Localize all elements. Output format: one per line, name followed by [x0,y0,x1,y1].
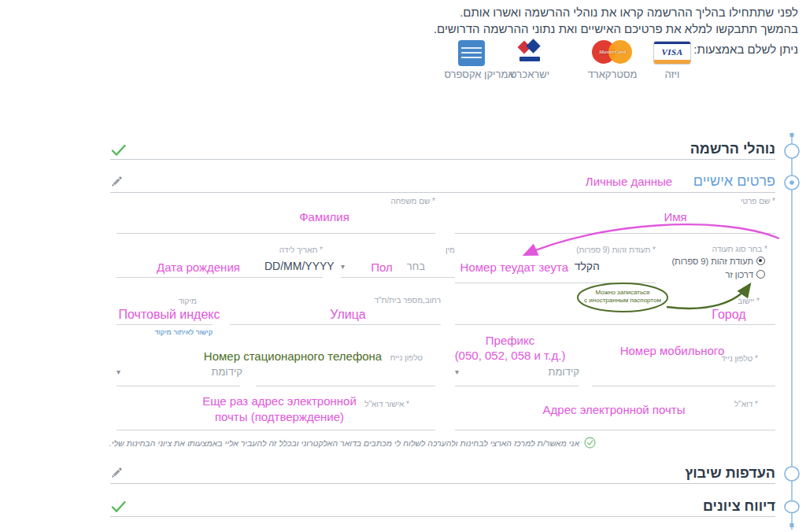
landline-prefix-dropdown-arrow-icon[interactable]: ▾ [116,368,120,376]
section-divider [110,192,775,193]
gender-annotation: Пол [364,260,400,274]
intro-line-1: לפני שתתחילו בהליך ההרשמה קראו את נוהלי … [338,4,798,20]
mobile-prefix-select[interactable] [455,386,579,386]
birth-date-annotation: Дата рождения [148,260,249,274]
doc-type-option-passport-label[interactable]: דרכון זר [697,270,753,279]
progress-timeline [781,127,803,532]
landline-annotation: Номер стационарного телефона [198,349,387,363]
isracard-name-bar [519,57,540,61]
personal-section-annotation: Личные данные [579,175,679,188]
id-number-label: * תעודת זהות (9 ספרות) [545,246,656,254]
registration-page: לפני שתתחילו בהליך ההרשמה קראו את נוהלי … [0,0,806,532]
visa-card-bottom-stripe [654,60,690,64]
personal-edit-pencil-icon[interactable] [111,175,123,187]
isracard-icon [514,39,545,65]
timeline-step-personal-active-dot [789,180,794,185]
last-name-label: * שם משפחה [357,197,435,205]
first-name-annotation: Имя [628,210,723,224]
timeline-step-procedures[interactable] [785,144,799,158]
mobile-prefix-annotation-line1: Префикс [470,334,550,347]
visa-card-icon: VISA [653,41,691,65]
city-annotation: Город [703,308,755,322]
first-name-input[interactable] [455,233,775,234]
email-confirm-annotation-line1: Еще раз адрес электронной [194,394,365,408]
zip-annotation: Почтовый индекс [115,308,224,322]
mobile-number-input[interactable] [592,386,775,386]
email-confirm-annotation-line2: почты (подтверждение) [194,410,365,423]
last-name-input[interactable] [116,233,435,234]
timeline-end-dot [790,523,794,527]
section-divider [110,483,775,484]
doc-type-option-id-label[interactable]: תעודת זהות (9 ספרות) [649,257,753,266]
visa-label: ויזה [645,68,699,80]
mastercard-label: מסטרקארד [579,68,645,80]
city-label: * יישוב [712,297,760,305]
zip-input[interactable] [116,324,213,325]
procedures-complete-check-icon [111,144,126,156]
landline-prefix-select[interactable] [116,386,240,386]
email-confirm-input[interactable] [116,430,435,430]
consent-text: אני מאשר/ת למרכז הארצי לבחינות ולהערכה ל… [303,438,579,448]
last-name-annotation: Фамилия [277,210,372,224]
zip-lookup-link[interactable]: קישור לאיתור מיקוד [142,328,213,336]
amex-label: אמריקן אקספרס [434,68,525,80]
landline-prefix-value[interactable]: קידומת [209,366,242,378]
gender-dropdown-arrow-icon[interactable]: ▾ [341,263,345,271]
mobile-prefix-value[interactable]: קידומת [546,366,579,378]
section-title-scores[interactable]: דיווח ציונים [618,498,775,515]
visa-card-text: VISA [654,48,690,57]
mobile-label: * טלפון נייד [703,354,758,363]
visa-card-top-stripe [654,42,690,44]
payment-methods-label: ניתן לשלם באמצעות: [693,42,798,56]
email-label: * דוא"ל [711,400,758,408]
placement-edit-pencil-icon[interactable] [111,467,123,478]
intro-text: לפני שתתחילו בהליך ההרשמה קראו את נוהלי … [338,4,798,37]
id-number-input-value[interactable]: הקלד [570,260,600,272]
city-input[interactable] [455,324,775,325]
email-annotation: Адрес электронной почты [535,403,693,416]
amex-text-line [461,57,482,58]
street-input[interactable] [230,324,441,325]
amex-text-line [461,52,482,54]
first-name-label: * שם פרטי [697,197,775,205]
amex-text-line [461,47,482,49]
section-title-placement[interactable]: העדפות שיבוץ [618,465,775,482]
landline-number-input[interactable] [256,386,435,386]
amex-icon [458,40,485,66]
street-label: רחוב,מספר בית/ת"ד [346,296,441,305]
id-number-input[interactable] [455,283,656,283]
timeline-step-scores[interactable] [785,501,799,513]
birth-date-input[interactable] [116,277,323,278]
timeline-start-dot [790,133,794,137]
isracard-blue-diamond [526,39,540,53]
mobile-prefix-dropdown-arrow-icon[interactable]: ▾ [455,368,459,376]
gender-select[interactable] [341,277,455,278]
section-divider [110,159,775,160]
birth-date-input-value[interactable]: DD/MM/YYYY [264,260,326,272]
doc-type-label: * בחר סוג תעודה [665,245,767,253]
id-number-annotation: Номер теудат зеута [457,260,568,274]
doc-type-radio-passport[interactable] [756,270,765,279]
passport-note-line1: Можно записаться [577,289,668,297]
gender-label: מין [416,246,455,254]
consent-checkbox[interactable] [584,437,596,449]
intro-line-2: בהמשך תתבקשו למלא את פרטיכם האישיים ואת … [338,20,798,37]
email-input[interactable] [455,430,775,430]
section-title-procedures[interactable]: נוהלי הרשמה [618,141,775,157]
street-annotation: Улица [309,308,386,322]
section-divider [110,516,775,517]
doc-type-radio-id[interactable] [756,257,765,265]
mastercard-icon: MasterCard [592,39,633,65]
timeline-step-placement[interactable] [785,467,799,481]
zip-label: מיקוד [157,297,197,305]
scores-complete-check-icon [111,501,126,512]
birth-date-label: * תאריך לידה [244,246,323,254]
mobile-prefix-annotation-line2: (050, 052, 058 и т.д.) [449,349,571,362]
passport-note: Можно записаться с иностранным паспортом [577,289,668,305]
passport-note-line2: с иностранным паспортом [577,297,668,305]
mastercard-text: MasterCard [592,49,633,55]
landline-label: טלפון נייח [380,353,423,362]
